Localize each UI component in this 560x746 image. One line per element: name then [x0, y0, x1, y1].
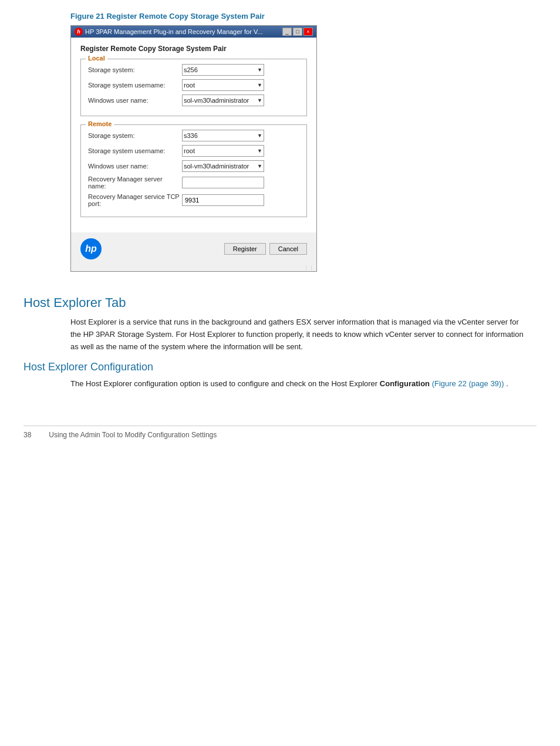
host-explorer-tab-body: Host Explorer is a service that runs in …: [70, 316, 528, 353]
remote-rm-port-label: Recovery Manager service TCP port:: [88, 193, 182, 207]
page-number: 38: [23, 431, 31, 439]
select-arrow-icon: ▼: [257, 148, 262, 154]
dialog-title-text: HP 3PAR Management Plug-in and Recovery …: [85, 28, 262, 35]
page-footer: 38 Using the Admin Tool to Modify Config…: [23, 426, 537, 439]
select-arrow-icon: ▼: [257, 163, 262, 169]
remote-windows-user-label: Windows user name:: [88, 163, 182, 170]
remote-username-label: Storage system username:: [88, 147, 182, 154]
local-username-control[interactable]: root ▼: [182, 79, 299, 91]
remote-rm-server-control[interactable]: [182, 177, 299, 188]
footer-text: Using the Admin Tool to Modify Configura…: [49, 431, 217, 439]
cancel-button[interactable]: Cancel: [269, 243, 307, 255]
hp-logo-text: hp: [85, 244, 97, 254]
host-explorer-config-body: The Host Explorer configuration option i…: [70, 378, 528, 390]
dialog-wrapper: h HP 3PAR Management Plug-in and Recover…: [70, 25, 317, 272]
select-arrow-icon: ▼: [257, 133, 262, 139]
remote-storage-system-row: Storage system: s336 ▼: [88, 130, 299, 141]
remote-rm-server-row: Recovery Manager server name:: [88, 175, 299, 190]
local-storage-system-value: s256: [184, 66, 198, 73]
config-body-suffix: .: [506, 379, 508, 388]
local-legend: Local: [86, 55, 107, 62]
remote-username-value: root: [184, 147, 195, 154]
select-arrow-icon: ▼: [257, 97, 262, 103]
app-icon-label: h: [77, 29, 80, 35]
remote-storage-system-value: s336: [184, 132, 198, 139]
titlebar-buttons[interactable]: _ □ ×: [282, 28, 313, 36]
remote-username-select[interactable]: root ▼: [182, 145, 264, 157]
remote-rm-port-row: Recovery Manager service TCP port:: [88, 193, 299, 207]
local-storage-system-label: Storage system:: [88, 66, 182, 73]
remote-username-row: Storage system username: root ▼: [88, 145, 299, 157]
local-username-row: Storage system username: root ▼: [88, 79, 299, 91]
local-username-select[interactable]: root ▼: [182, 79, 264, 91]
remote-rm-port-input[interactable]: [182, 194, 264, 206]
remote-storage-system-label: Storage system:: [88, 132, 182, 139]
remote-username-control[interactable]: root ▼: [182, 145, 299, 157]
dialog-titlebar: h HP 3PAR Management Plug-in and Recover…: [71, 26, 316, 38]
dialog-window: h HP 3PAR Management Plug-in and Recover…: [70, 25, 317, 272]
local-storage-system-select[interactable]: s256 ▼: [182, 64, 264, 76]
local-storage-system-control[interactable]: s256 ▼: [182, 64, 299, 76]
remote-legend: Remote: [86, 120, 114, 127]
dialog-body: Register Remote Copy Storage System Pair…: [71, 38, 316, 232]
maximize-button[interactable]: □: [293, 28, 302, 36]
config-body-bold: Configuration: [380, 379, 430, 388]
register-button[interactable]: Register: [224, 243, 266, 255]
select-arrow-icon: ▼: [257, 82, 262, 88]
local-section: Local Storage system: s256 ▼ Storage sys…: [80, 59, 307, 116]
resize-handle: ⋮⋮: [71, 265, 316, 271]
footer-buttons: Register Cancel: [224, 243, 307, 255]
local-windows-user-select[interactable]: sol-vm30\administrator ▼: [182, 94, 264, 106]
local-windows-user-row: Windows user name: sol-vm30\administrato…: [88, 94, 299, 106]
local-windows-user-control[interactable]: sol-vm30\administrator ▼: [182, 94, 299, 106]
config-body-prefix: The Host Explorer configuration option i…: [70, 379, 377, 388]
host-explorer-tab-heading: Host Explorer Tab: [23, 295, 537, 310]
local-username-value: root: [184, 82, 195, 89]
host-explorer-config-heading: Host Explorer Configuration: [23, 361, 537, 373]
remote-rm-port-control[interactable]: [182, 194, 299, 206]
minimize-button[interactable]: _: [282, 28, 292, 36]
local-storage-system-row: Storage system: s256 ▼: [88, 64, 299, 76]
remote-rm-server-label: Recovery Manager server name:: [88, 175, 182, 190]
remote-windows-user-row: Windows user name: sol-vm30\administrato…: [88, 160, 299, 172]
figure-caption: Figure 21 Register Remote Copy Storage S…: [70, 12, 537, 21]
local-username-label: Storage system username:: [88, 82, 182, 89]
app-icon: h: [75, 28, 83, 36]
hp-logo: hp: [80, 238, 102, 259]
remote-rm-server-input[interactable]: [182, 177, 264, 188]
titlebar-left: h HP 3PAR Management Plug-in and Recover…: [75, 28, 262, 36]
remote-storage-system-control[interactable]: s336 ▼: [182, 130, 299, 141]
remote-section: Remote Storage system: s336 ▼ Storage sy…: [80, 124, 307, 217]
local-windows-user-label: Windows user name:: [88, 97, 182, 104]
dialog-section-title: Register Remote Copy Storage System Pair: [80, 45, 307, 53]
select-arrow-icon: ▼: [257, 67, 262, 73]
local-windows-user-value: sol-vm30\administrator: [184, 97, 249, 104]
remote-storage-system-select[interactable]: s336 ▼: [182, 130, 264, 141]
remote-windows-user-value: sol-vm30\administrator: [184, 163, 249, 170]
config-body-link[interactable]: (Figure 22 (page 39)): [432, 379, 504, 388]
close-button[interactable]: ×: [303, 28, 313, 36]
dialog-footer: hp Register Cancel: [71, 232, 316, 265]
remote-windows-user-control[interactable]: sol-vm30\administrator ▼: [182, 160, 299, 172]
remote-windows-user-select[interactable]: sol-vm30\administrator ▼: [182, 160, 264, 172]
